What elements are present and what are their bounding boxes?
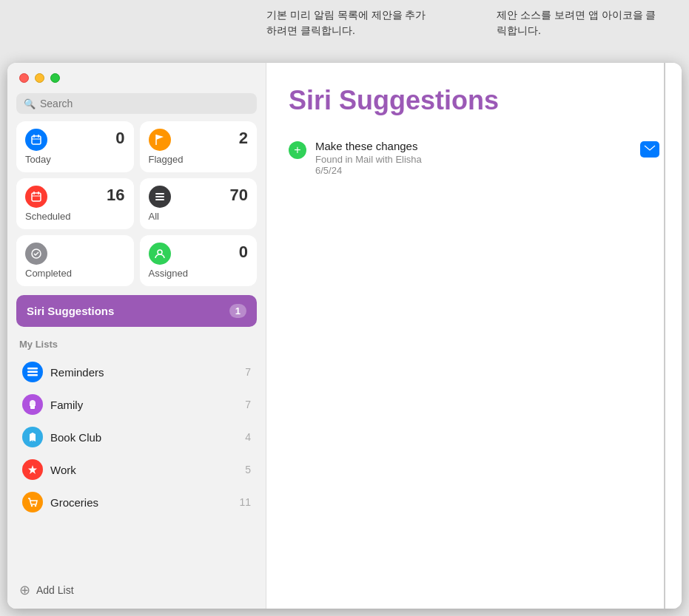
suggestion-title: Make these changes [315, 140, 631, 152]
list-item-book-club[interactable]: Book Club 4 [19, 421, 254, 453]
svg-rect-0 [32, 136, 41, 144]
suggestion-date: 6/5/24 [315, 165, 631, 176]
titlebar [7, 63, 266, 90]
add-suggestion-button[interactable]: + [289, 141, 306, 159]
add-list-button[interactable]: ⊕ Add List [7, 575, 266, 609]
smart-card-flagged[interactable]: 2 Flagged [140, 121, 258, 172]
scheduled-icon [25, 186, 47, 208]
tooltip-right: 제안 소스를 보려면 앱 아이코을 클릭합니다. [497, 7, 659, 55]
my-lists-section: My Lists Reminders 7 [7, 330, 266, 575]
groceries-name: Groceries [50, 496, 232, 509]
list-item-reminders[interactable]: Reminders 7 [19, 356, 254, 388]
completed-icon [25, 243, 47, 265]
reminders-name: Reminders [50, 366, 238, 379]
book-club-icon [22, 427, 43, 447]
svg-point-12 [158, 250, 162, 254]
today-label: Today [25, 154, 125, 165]
main-content: Siri Suggestions + Make these changes Fo… [266, 63, 682, 609]
scheduled-label: Scheduled [25, 211, 125, 222]
search-input[interactable] [40, 98, 249, 109]
book-club-count: 4 [245, 431, 251, 443]
smart-card-completed[interactable]: Completed [16, 235, 134, 286]
app-window: 🔍 0 Today [7, 63, 682, 609]
work-name: Work [50, 464, 238, 476]
list-item-family[interactable]: Family 7 [19, 388, 254, 421]
flagged-label: Flagged [149, 154, 249, 165]
list-item-work[interactable]: Work 5 [19, 453, 254, 486]
all-icon [149, 186, 171, 208]
smart-lists-grid: 0 Today 2 Flagged [7, 121, 266, 292]
minimize-button[interactable] [35, 73, 44, 83]
svg-rect-15 [27, 374, 38, 376]
close-button[interactable] [19, 73, 29, 83]
suggestion-found-in: Found in Mail with Elisha [315, 154, 631, 165]
maximize-button[interactable] [50, 73, 60, 83]
sidebar: 🔍 0 Today [7, 63, 266, 609]
search-bar[interactable]: 🔍 [16, 93, 257, 114]
work-icon [22, 459, 43, 480]
siri-suggestions-item[interactable]: Siri Suggestions 1 [16, 295, 257, 327]
my-lists-title: My Lists [19, 339, 254, 350]
svg-point-18 [35, 505, 36, 507]
flagged-icon [149, 129, 171, 151]
family-count: 7 [245, 399, 251, 410]
svg-rect-9 [155, 196, 164, 197]
reminders-count: 7 [245, 366, 251, 378]
smart-card-today[interactable]: 0 Today [16, 121, 134, 172]
assigned-count: 0 [239, 243, 248, 262]
flagged-count: 2 [239, 129, 248, 148]
svg-rect-13 [27, 368, 38, 370]
tooltip-area: 기본 미리 알림 목록에 제안을 추가하려면 클릭합니다. 제안 소스를 보려면… [0, 0, 689, 63]
svg-point-17 [31, 505, 33, 507]
suggestion-row: + Make these changes Found in Mail with … [289, 134, 659, 182]
suggestion-details: Make these changes Found in Mail with El… [315, 140, 631, 176]
assigned-label: Assigned [149, 268, 249, 279]
reminders-icon [22, 362, 43, 382]
list-item-groceries[interactable]: Groceries 11 [19, 486, 254, 518]
book-club-name: Book Club [50, 431, 238, 444]
svg-rect-10 [155, 199, 164, 200]
groceries-count: 11 [239, 496, 251, 508]
mail-app-icon[interactable] [640, 141, 659, 158]
all-label: All [149, 211, 249, 222]
tooltip-left: 기본 미리 알림 목록에 제안을 추가하려면 클릭합니다. [266, 7, 429, 55]
svg-rect-4 [32, 193, 41, 201]
family-name: Family [50, 399, 238, 411]
siri-suggestions-badge: 1 [229, 304, 246, 318]
groceries-icon [22, 492, 43, 512]
page-title: Siri Suggestions [289, 85, 659, 116]
svg-rect-8 [155, 193, 164, 194]
family-icon [22, 394, 43, 415]
annotation-line [664, 63, 665, 609]
search-icon: 🔍 [24, 98, 36, 109]
today-count: 0 [115, 129, 124, 148]
today-icon [25, 129, 47, 151]
smart-card-scheduled[interactable]: 16 Scheduled [16, 178, 134, 229]
plus-icon: + [294, 144, 300, 156]
smart-card-assigned[interactable]: 0 Assigned [140, 235, 258, 286]
completed-label: Completed [25, 268, 125, 279]
add-list-plus-icon: ⊕ [19, 582, 30, 598]
work-count: 5 [245, 464, 251, 475]
add-list-label: Add List [36, 584, 74, 596]
smart-card-all[interactable]: 70 All [140, 178, 258, 229]
assigned-icon [149, 243, 171, 265]
svg-rect-14 [27, 371, 38, 373]
svg-rect-16 [30, 405, 35, 409]
all-count: 70 [230, 186, 248, 205]
siri-suggestions-label: Siri Suggestions [27, 305, 114, 317]
scheduled-count: 16 [107, 186, 124, 205]
